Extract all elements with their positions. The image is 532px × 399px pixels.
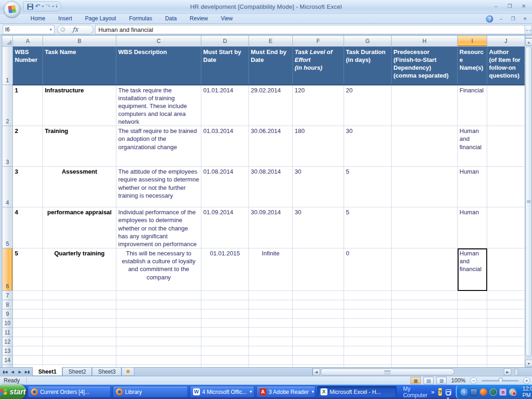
cell-D9[interactable] bbox=[201, 309, 249, 319]
cell-F7[interactable] bbox=[293, 291, 344, 300]
cell-J2[interactable] bbox=[487, 85, 525, 126]
prev-sheet-icon[interactable]: ◀ bbox=[9, 370, 16, 374]
cell-J10[interactable] bbox=[487, 319, 525, 328]
cell-I2[interactable]: Financial bbox=[458, 85, 487, 126]
column-header-H[interactable]: H bbox=[392, 36, 458, 47]
taskbar-button-excel-active[interactable]: XMicrosoft Excel - H... bbox=[317, 386, 397, 398]
cell-C9[interactable] bbox=[116, 309, 201, 319]
cell-E7[interactable] bbox=[249, 291, 293, 300]
column-header-I[interactable]: I bbox=[458, 36, 487, 47]
cell-G12[interactable] bbox=[344, 337, 392, 346]
row-header-5[interactable]: 5 bbox=[2, 207, 13, 248]
taskbar-button-firefox[interactable]: Library bbox=[113, 386, 188, 398]
cell-D3[interactable]: 01.03.2014 bbox=[201, 126, 249, 167]
row-header-4[interactable]: 4 bbox=[2, 167, 13, 207]
cell-E11[interactable] bbox=[249, 328, 293, 337]
insert-worksheet-tab[interactable]: ✱ bbox=[121, 368, 134, 376]
header-cell-B1[interactable]: Task Name bbox=[43, 47, 116, 85]
tab-split-handle[interactable] bbox=[515, 369, 518, 375]
cell-A6[interactable]: 5 bbox=[13, 248, 43, 291]
cell-B8[interactable] bbox=[43, 300, 116, 309]
cell-D8[interactable] bbox=[201, 300, 249, 309]
cell-G10[interactable] bbox=[344, 319, 392, 328]
row-header-11[interactable]: 11 bbox=[2, 328, 13, 337]
cell-E12[interactable] bbox=[249, 337, 293, 346]
cell-C2[interactable]: The task require the installation of tra… bbox=[116, 85, 201, 126]
header-cell-D1[interactable]: Must Start by Date bbox=[201, 47, 249, 85]
cell-I9[interactable] bbox=[458, 309, 487, 319]
name-box-dropdown-icon[interactable]: ▼ bbox=[49, 28, 53, 32]
row-header-12[interactable]: 12 bbox=[2, 337, 13, 346]
cell-E4[interactable]: 30.08.2014 bbox=[249, 167, 293, 207]
column-header-G[interactable]: G bbox=[344, 36, 392, 47]
tray-chevron-icon[interactable]: ‹ bbox=[460, 388, 468, 396]
cell-I8[interactable] bbox=[458, 300, 487, 309]
normal-view-icon[interactable]: ▦ bbox=[411, 377, 421, 384]
cell-F11[interactable] bbox=[293, 328, 344, 337]
cell-H10[interactable] bbox=[392, 319, 458, 328]
cell-D6[interactable]: 01.01.2015 bbox=[201, 248, 249, 291]
column-header-F[interactable]: F bbox=[293, 36, 344, 47]
cell-H7[interactable] bbox=[392, 291, 458, 300]
cell-J4[interactable] bbox=[487, 167, 525, 207]
cell-D5[interactable]: 01.09.2014 bbox=[201, 207, 249, 248]
cell-C6[interactable]: This will be necessary to establish a cu… bbox=[116, 248, 201, 291]
ribbon-tab-formulas[interactable]: Formulas bbox=[122, 14, 158, 24]
taskbar-button-word[interactable]: W4 Microsoft Offic...▼ bbox=[190, 386, 254, 398]
row-header-6[interactable]: 6 bbox=[2, 248, 13, 291]
ribbon-tab-review[interactable]: Review bbox=[183, 14, 214, 24]
next-sheet-icon[interactable]: ▶ bbox=[17, 370, 23, 374]
cell-I12[interactable] bbox=[458, 337, 487, 346]
column-header-B[interactable]: B bbox=[43, 36, 116, 47]
cell-C12[interactable] bbox=[116, 337, 201, 346]
cell-G3[interactable]: 30 bbox=[344, 126, 392, 167]
restore-button[interactable]: ❐ bbox=[505, 3, 514, 10]
cell-H13[interactable] bbox=[392, 346, 458, 356]
row-header-10[interactable]: 10 bbox=[2, 319, 13, 328]
cell-H4[interactable] bbox=[392, 167, 458, 207]
row-header-1[interactable]: 1 bbox=[2, 47, 13, 85]
taskbar-button-firefox[interactable]: Current Orders [4]... bbox=[28, 386, 111, 398]
cell-C11[interactable] bbox=[116, 328, 201, 337]
cell-J12[interactable] bbox=[487, 337, 525, 346]
cell-D7[interactable] bbox=[201, 291, 249, 300]
row-header-13[interactable]: 13 bbox=[2, 346, 13, 356]
tray-network-icon[interactable] bbox=[470, 388, 478, 396]
zoom-in-icon[interactable]: + bbox=[523, 377, 530, 384]
cell-A14[interactable] bbox=[13, 356, 43, 365]
formula-input[interactable]: Human and financial bbox=[95, 25, 525, 34]
sheet-tab-sheet1[interactable]: Sheet1 bbox=[32, 367, 62, 376]
header-cell-C1[interactable]: WBS Description bbox=[116, 47, 201, 85]
cell-J8[interactable] bbox=[487, 300, 525, 309]
horizontal-scrollbar-thumb[interactable] bbox=[320, 369, 454, 375]
last-sheet-icon[interactable]: ▶▮ bbox=[24, 370, 30, 374]
cell-E9[interactable] bbox=[249, 309, 293, 319]
cell-E13[interactable] bbox=[249, 346, 293, 356]
row-header-3[interactable]: 3 bbox=[2, 126, 13, 167]
scroll-right-icon[interactable]: ▶ bbox=[504, 369, 511, 375]
cell-F14[interactable] bbox=[293, 356, 344, 365]
cell-D11[interactable] bbox=[201, 328, 249, 337]
taskbar-button-adobe[interactable]: A3 Adobe Reader▼ bbox=[256, 386, 315, 398]
cell-A11[interactable] bbox=[13, 328, 43, 337]
cell-I14[interactable] bbox=[458, 356, 487, 365]
taskbar-button-dropdown-icon[interactable]: ▼ bbox=[249, 390, 253, 394]
cell-H9[interactable] bbox=[392, 309, 458, 319]
cell-G13[interactable] bbox=[344, 346, 392, 356]
row-header-2[interactable]: 2 bbox=[2, 85, 13, 126]
cell-B14[interactable] bbox=[43, 356, 116, 365]
cell-F2[interactable]: 120 bbox=[293, 85, 344, 126]
cell-B9[interactable] bbox=[43, 309, 116, 319]
ribbon-tab-data[interactable]: Data bbox=[158, 14, 183, 24]
cell-B5[interactable]: performance appraisal bbox=[43, 207, 116, 248]
cell-H11[interactable] bbox=[392, 328, 458, 337]
header-cell-G1[interactable]: Task Duration (in days) bbox=[344, 47, 392, 85]
cell-J5[interactable] bbox=[487, 207, 525, 248]
cell-I11[interactable] bbox=[458, 328, 487, 337]
minimize-button[interactable]: – bbox=[491, 3, 501, 10]
scroll-up-icon[interactable]: ▲ bbox=[525, 38, 532, 46]
cell-F13[interactable] bbox=[293, 346, 344, 356]
cell-A5[interactable]: 4 bbox=[13, 207, 43, 248]
sheet-tab-sheet2[interactable]: Sheet2 bbox=[62, 368, 92, 376]
doc-restore-button[interactable]: ❐ bbox=[509, 16, 517, 22]
